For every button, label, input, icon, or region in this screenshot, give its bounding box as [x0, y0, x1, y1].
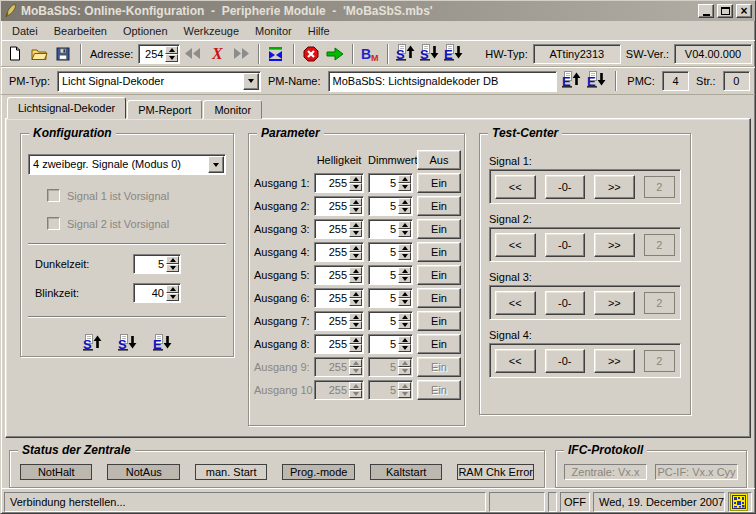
dimmwert-spinner[interactable]: 5	[368, 288, 413, 308]
ein-button[interactable]: Ein	[417, 173, 461, 193]
helligkeit-spinner[interactable]: 255	[314, 311, 364, 331]
spin-down-button[interactable]	[398, 275, 411, 283]
spin-up-button[interactable]	[349, 175, 362, 183]
menu-datei[interactable]: Datei	[4, 23, 46, 39]
spin-up-button[interactable]	[166, 256, 179, 264]
tab-monitor[interactable]: Monitor	[203, 100, 262, 119]
adresse-spinner[interactable]: 254	[138, 44, 180, 64]
dunkelzeit-spinner[interactable]: 5	[133, 254, 181, 274]
signal-left-button[interactable]: <<	[495, 349, 536, 373]
spin-down-button[interactable]	[349, 321, 362, 329]
save-button[interactable]	[52, 43, 74, 65]
signal-left-button[interactable]: <<	[495, 175, 536, 199]
maximize-button[interactable]	[717, 4, 733, 18]
signal-read-button[interactable]: S	[81, 333, 103, 355]
spin-up-button[interactable]	[349, 290, 362, 298]
signal-stop-button[interactable]: -0-	[545, 291, 586, 315]
spin-up-button[interactable]	[349, 313, 362, 321]
next-address-button[interactable]	[230, 43, 252, 65]
signal-stop-button[interactable]: -0-	[545, 233, 586, 257]
spin-down-button[interactable]	[398, 229, 411, 237]
signal-mode-select[interactable]: 4 zweibegr. Signale (Modus 0)	[28, 154, 226, 175]
spin-down-button[interactable]	[165, 54, 178, 62]
bm-button[interactable]: BM	[359, 43, 381, 65]
spin-down-button[interactable]	[349, 183, 362, 191]
spin-down-button[interactable]	[398, 206, 411, 214]
pm-typ-select[interactable]: Licht Signal-Dekoder	[57, 71, 261, 92]
helligkeit-spinner[interactable]: 255	[314, 196, 364, 216]
spin-up-button[interactable]	[398, 313, 411, 321]
dimmwert-spinner[interactable]: 5	[368, 219, 413, 239]
menu-optionen[interactable]: Optionen	[115, 23, 176, 39]
chevron-down-icon[interactable]	[208, 156, 224, 173]
ein-button[interactable]: Ein	[417, 219, 461, 239]
signal-write-button[interactable]: S	[116, 333, 138, 355]
signal-left-button[interactable]: <<	[495, 291, 536, 315]
stop-button[interactable]	[300, 43, 322, 65]
ein-button[interactable]: Ein	[417, 196, 461, 216]
spin-up-button[interactable]	[349, 221, 362, 229]
spin-up-button[interactable]	[166, 285, 179, 293]
eeprom-store-button[interactable]: E	[586, 70, 607, 92]
spin-down-button[interactable]	[398, 252, 411, 260]
spin-down-button[interactable]	[398, 344, 411, 352]
menu-werkzeuge[interactable]: Werkzeuge	[176, 23, 247, 39]
spin-down-button[interactable]	[349, 229, 362, 237]
dimmwert-spinner[interactable]: 5	[368, 242, 413, 262]
spin-down-button[interactable]	[398, 298, 411, 306]
spin-up-button[interactable]	[398, 267, 411, 275]
dimmwert-spinner[interactable]: 5	[368, 173, 413, 193]
menu-monitor[interactable]: Monitor	[247, 23, 300, 39]
ein-button[interactable]: Ein	[417, 242, 461, 262]
signal-stop-button[interactable]: -0-	[545, 175, 586, 199]
spin-up-button[interactable]	[398, 336, 411, 344]
dimmwert-spinner[interactable]: 5	[368, 334, 413, 354]
spin-down-button[interactable]	[349, 275, 362, 283]
spin-up-button[interactable]	[349, 198, 362, 206]
spin-up-button[interactable]	[398, 221, 411, 229]
tab-pm-report[interactable]: PM-Report	[127, 100, 202, 119]
dimmwert-spinner[interactable]: 5	[368, 196, 413, 216]
checkbox-signal-2-ist-vorsignal[interactable]: Signal 2 ist Vorsignal	[47, 217, 233, 230]
open-file-button[interactable]	[28, 43, 50, 65]
spin-down-button[interactable]	[166, 264, 179, 272]
spin-up-button[interactable]	[165, 46, 178, 54]
spin-up-button[interactable]	[349, 336, 362, 344]
signal-right-button[interactable]: >>	[594, 291, 635, 315]
pm-name-input[interactable]: MoBaSbS: Lichtsignaldekoder DB	[328, 71, 557, 92]
signal-write-button[interactable]: S	[418, 43, 440, 65]
signal-right-button[interactable]: >>	[594, 233, 635, 257]
spin-up-button[interactable]	[398, 244, 411, 252]
blinkzeit-spinner[interactable]: 40	[133, 283, 181, 303]
ein-button[interactable]: Ein	[417, 288, 461, 308]
spin-down-button[interactable]	[349, 298, 362, 306]
spin-up-button[interactable]	[349, 267, 362, 275]
ein-button[interactable]: Ein	[417, 334, 461, 354]
spin-down-button[interactable]	[349, 252, 362, 260]
signal-right-button[interactable]: >>	[594, 175, 635, 199]
menu-hilfe[interactable]: Hilfe	[300, 23, 338, 39]
spin-down-button[interactable]	[166, 293, 179, 301]
dimmwert-spinner[interactable]: 5	[368, 265, 413, 285]
spin-up-button[interactable]	[398, 290, 411, 298]
menu-bearbeiten[interactable]: Bearbeiten	[46, 23, 115, 39]
checkbox-signal-1-ist-vorsignal[interactable]: Signal 1 ist Vorsignal	[47, 189, 233, 202]
helligkeit-spinner[interactable]: 255	[314, 288, 364, 308]
helligkeit-spinner[interactable]: 255	[314, 334, 364, 354]
chevron-down-icon[interactable]	[243, 73, 259, 90]
eeprom-read-button[interactable]: E	[561, 70, 582, 92]
helligkeit-spinner[interactable]: 255	[314, 265, 364, 285]
spin-down-button[interactable]	[398, 321, 411, 329]
spin-down-button[interactable]	[349, 344, 362, 352]
spin-down-button[interactable]	[349, 206, 362, 214]
tab-lichtsignal-dekoder[interactable]: Lichtsignal-Dekoder	[7, 97, 126, 119]
eeprom-write-button[interactable]: E	[151, 333, 173, 355]
spin-up-button[interactable]	[349, 244, 362, 252]
helligkeit-spinner[interactable]: 255	[314, 242, 364, 262]
prev-address-button[interactable]	[182, 43, 204, 65]
spin-up-button[interactable]	[398, 198, 411, 206]
new-file-button[interactable]	[4, 43, 26, 65]
signal-right-button[interactable]: >>	[594, 349, 635, 373]
spin-up-button[interactable]	[398, 175, 411, 183]
helligkeit-spinner[interactable]: 255	[314, 219, 364, 239]
